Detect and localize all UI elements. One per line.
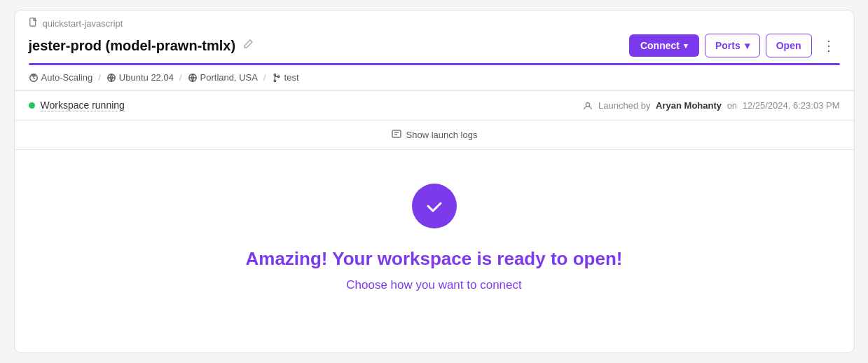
svg-rect-8: [392, 130, 401, 137]
ready-title: Amazing! Your workspace is ready to open…: [246, 248, 623, 270]
open-button[interactable]: Open: [766, 34, 812, 57]
launch-timestamp: 12/25/2024, 6:23:03 PM: [743, 100, 840, 111]
svg-point-7: [586, 103, 590, 107]
os-label: Ubuntu 22.04: [119, 72, 174, 83]
workspace-title: jester-prod (model-prawn-tmlx): [29, 38, 236, 54]
launched-by-user: Aryan Mohanty: [656, 100, 722, 111]
launched-by-label: Launched by: [598, 100, 650, 111]
sep1: /: [98, 72, 101, 83]
region-label: Portland, USA: [200, 72, 258, 83]
ready-subtitle: Choose how you want to connect: [346, 278, 521, 292]
meta-row: Auto-Scaling / Ubuntu 22.04 / Portland, …: [29, 65, 840, 90]
sep3: /: [263, 72, 266, 83]
main-content: Amazing! Your workspace is ready to open…: [15, 150, 854, 320]
ports-button[interactable]: Ports ▾: [705, 34, 760, 57]
title-actions: Connect ▾ Ports ▾ Open ⋮: [629, 34, 840, 57]
top-bar: quickstart-javascript jester-prod (model…: [15, 11, 854, 90]
edit-icon[interactable]: [242, 39, 254, 53]
success-icon: [412, 184, 457, 228]
scaling-label: Auto-Scaling: [41, 72, 93, 83]
launch-logs-link: Show launch logs: [391, 128, 478, 142]
svg-point-4: [274, 74, 276, 76]
status-left: Workspace running: [29, 100, 125, 111]
meta-region: Portland, USA: [188, 72, 258, 83]
logs-icon: [391, 128, 402, 142]
sep2: /: [179, 72, 182, 83]
status-indicator: [29, 102, 35, 109]
on-label: on: [727, 100, 737, 111]
status-row: Workspace running Launched by Aryan Moha…: [15, 90, 854, 121]
meta-branch: test: [272, 72, 299, 83]
breadcrumb-row: quickstart-javascript: [29, 18, 840, 29]
title-row: jester-prod (model-prawn-tmlx) Connect ▾…: [29, 34, 840, 57]
branch-label: test: [284, 72, 299, 83]
ports-chevron-icon: ▾: [745, 40, 750, 51]
file-icon: [29, 18, 39, 29]
meta-scaling: Auto-Scaling: [29, 72, 93, 83]
workspace-card: quickstart-javascript jester-prod (model…: [14, 10, 855, 353]
launch-logs-row[interactable]: Show launch logs: [15, 121, 854, 150]
status-right: Launched by Aryan Mohanty on 12/25/2024,…: [583, 100, 839, 111]
breadcrumb-label: quickstart-javascript: [43, 18, 123, 29]
svg-point-5: [274, 80, 276, 82]
more-menu-button[interactable]: ⋮: [818, 34, 840, 57]
meta-os: Ubuntu 22.04: [106, 72, 174, 83]
title-left: jester-prod (model-prawn-tmlx): [29, 38, 254, 54]
connect-chevron-icon: ▾: [684, 41, 688, 50]
status-text: Workspace running: [41, 100, 125, 111]
launch-logs-label: Show launch logs: [406, 130, 478, 140]
connect-button[interactable]: Connect ▾: [629, 34, 699, 57]
